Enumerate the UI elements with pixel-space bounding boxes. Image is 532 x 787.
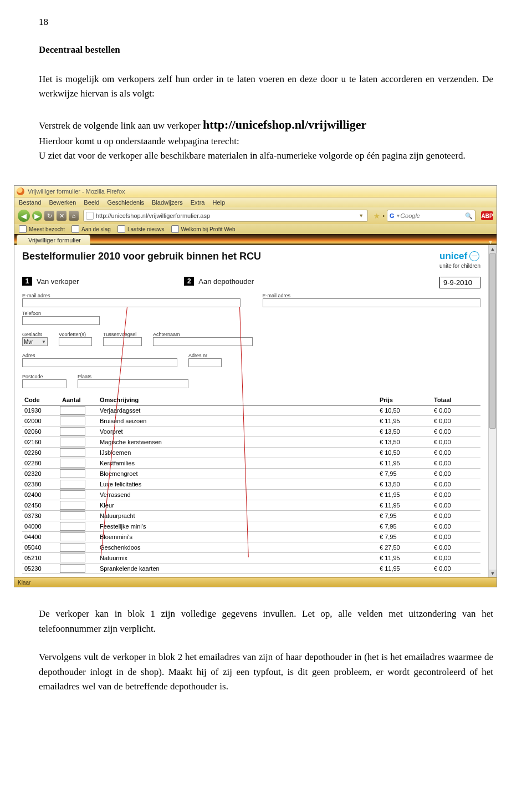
cell-aantal [60,437,98,448]
status-text: Klaar [18,580,30,586]
address-bar[interactable]: http://unicefshop.nl/vrijwilligerformuli… [83,210,368,222]
step-2-badge: 2 [184,277,194,286]
search-box[interactable]: G ▼ Google 🔍 [387,210,475,222]
menu-help[interactable]: Help [212,199,225,206]
window-titlebar: Vrijwilliger formulier - Mozilla Firefox [14,186,497,197]
cell-code: 02400 [22,490,60,500]
table-row: 04000Feestelijke mini's€ 7,95€ 0,00 [22,521,480,532]
input-aantal[interactable] [60,554,85,562]
table-row: 01930Verjaardagsset€ 10,50€ 0,00 [22,405,480,416]
cell-omschrijving: Kerstfamilies [98,458,377,469]
input-adresnr[interactable] [188,358,222,367]
scroll-down-button[interactable]: ▼ [489,570,497,577]
cell-totaal: € 0,00 [432,500,480,511]
scroll-track[interactable] [489,253,497,570]
th-totaal: Totaal [432,395,480,405]
input-email-verkoper[interactable] [22,298,241,307]
bookmark-profit-web[interactable]: Welkom bij Profit Web [171,225,236,233]
search-engine-dropdown-icon[interactable]: ▼ [396,214,401,219]
browser-screenshot: Vrijwilliger formulier - Mozilla Firefox… [14,185,497,587]
back-button[interactable]: ◀ [18,210,30,222]
input-aantal[interactable] [60,406,85,415]
cell-prijs: € 10,50 [377,405,432,416]
cell-code: 01930 [22,405,60,416]
section-heading: Decentraal bestellen [39,44,493,55]
page-number: 18 [39,17,493,28]
input-plaats[interactable] [78,379,188,388]
vertical-scrollbar[interactable]: ▲ ▼ [488,245,497,577]
menu-bestand[interactable]: Bestand [19,199,41,206]
th-aantal: Aantal [60,395,98,405]
bookmark-meest-bezocht[interactable]: Meest bezocht [19,225,65,233]
menu-bladwijzers[interactable]: Bladwijzers [152,199,183,206]
tab-strip: Vrijwilliger formulier ▼ [14,234,497,245]
input-aantal[interactable] [60,438,85,446]
input-postcode[interactable] [22,379,66,388]
bookmark-laatste-nieuws[interactable]: Laatste nieuws [117,225,165,233]
cell-totaal: € 0,00 [432,553,480,563]
cell-omschrijving: Verjaardagsset [98,405,377,416]
input-achternaam[interactable] [153,337,253,346]
cell-aantal [60,469,98,479]
select-geslacht[interactable]: Mvr▼ [22,337,48,346]
input-aantal[interactable] [60,564,85,573]
input-aantal[interactable] [60,501,85,510]
cell-aantal [60,521,98,532]
tab-vrijwilliger[interactable]: Vrijwilliger formulier [17,235,90,245]
cell-prijs: € 27,50 [377,542,432,553]
bookmark-icon [71,225,79,233]
adblock-icon[interactable]: ABP [481,211,493,220]
input-aantal[interactable] [60,532,85,541]
input-aantal[interactable] [60,427,85,436]
scroll-thumb[interactable] [489,253,496,428]
chevron-down-icon: ▼ [42,339,46,344]
menu-bewerken[interactable]: Bewerken [49,199,76,206]
bookmark-aan-de-slag[interactable]: Aan de slag [71,225,111,233]
input-aantal[interactable] [60,417,85,425]
cell-aantal [60,553,98,563]
cell-code: 02450 [22,500,60,511]
bookmark-icon [171,225,179,233]
input-aantal[interactable] [60,480,85,489]
input-aantal[interactable] [60,543,85,552]
label-adres: Adres [22,353,177,358]
page-content: Bestelformulier 2010 voor gebruik binnen… [14,245,497,577]
menu-geschiedenis[interactable]: Geschiedenis [107,199,144,206]
cell-code: 04400 [22,532,60,542]
input-aantal[interactable] [60,448,85,457]
cell-aantal [60,542,98,553]
input-aantal[interactable] [60,469,85,478]
menu-beeld[interactable]: Beeld [84,199,99,206]
products-table: Code Aantal Omschrijving Prijs Totaal 01… [22,395,480,574]
label-telefoon: Telefoon [22,311,480,316]
forward-button[interactable]: ▶ [32,211,42,221]
form-title: Bestelformulier 2010 voor gebruik binnen… [22,251,261,262]
cell-prijs: € 7,95 [377,521,432,532]
bottom-paragraph-2: Vervolgens vult de verkoper in blok 2 he… [39,650,493,694]
input-aantal[interactable] [60,511,85,520]
stop-button[interactable]: ✕ [57,211,66,221]
input-aantal[interactable] [60,522,85,531]
reload-button[interactable]: ↻ [44,211,54,221]
bookmark-star-icon[interactable]: ★ [374,212,380,220]
cell-omschrijving: Natuurpracht [98,511,377,521]
cell-prijs: € 11,95 [377,553,432,563]
home-button[interactable]: ⌂ [69,211,79,221]
unicef-tagline: unite for children [439,263,480,269]
search-icon[interactable]: 🔍 [465,212,473,220]
menu-extra[interactable]: Extra [191,199,205,206]
cell-totaal: € 0,00 [432,563,480,574]
scroll-up-button[interactable]: ▲ [489,245,497,253]
input-telefoon[interactable] [22,316,100,325]
label-plaats: Plaats [78,374,188,379]
input-voorletters[interactable] [59,337,92,346]
intro-paragraph-1: Het is mogelijk om verkopers zelf hun or… [39,72,493,101]
input-adres[interactable] [22,358,177,367]
input-aantal[interactable] [60,490,85,499]
input-email-depothouder[interactable] [263,298,481,307]
cell-code: 02060 [22,426,60,437]
dropdown-icon[interactable]: ▼ [359,213,364,219]
input-aantal[interactable] [60,459,85,468]
tab-list-dropdown-icon[interactable]: ▼ [488,239,493,245]
table-row: 05230Sprankelende kaarten€ 11,95€ 0,00 [22,563,480,574]
